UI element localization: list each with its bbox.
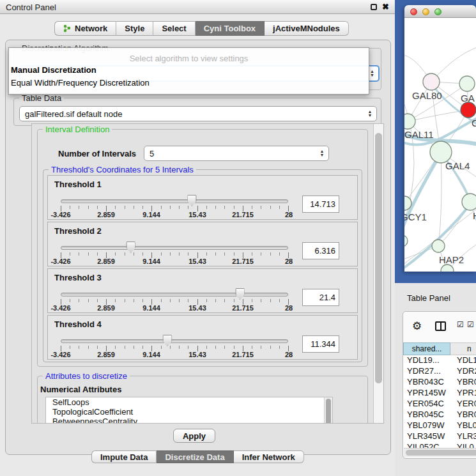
- tick-label: 9.144: [142, 257, 160, 265]
- tick-label: 21.715: [232, 211, 254, 219]
- num-intervals-combobox[interactable]: 5 ▲▼: [144, 146, 329, 161]
- scrollbar-thumb[interactable]: [406, 450, 476, 456]
- checkbox-icon[interactable]: ☑: [467, 320, 475, 329]
- list-scrollbar[interactable]: [324, 397, 332, 424]
- threshold-1-slider-track[interactable]: [61, 199, 288, 203]
- threshold-3-panel: Threshold 3 -3.426 2.859 9.144 15.43 21.…: [47, 268, 358, 313]
- combo-arrows-icon: ▲▼: [317, 148, 327, 159]
- settings-scrollbar[interactable]: [373, 124, 383, 423]
- tick-label: -3.426: [50, 257, 70, 265]
- tab-jactivemnodules[interactable]: jActiveMNodules: [265, 21, 349, 36]
- threshold-2-slider-track[interactable]: [61, 246, 288, 250]
- close-icon[interactable]: ✖: [382, 2, 389, 12]
- network-canvas[interactable]: GAL80 GA C GAL11 GAL4 GCY1 H HAP2: [404, 18, 476, 272]
- tab-discretize-data[interactable]: Discretize Data: [157, 450, 233, 463]
- threshold-1-slider-thumb[interactable]: [187, 195, 197, 206]
- node-gal11[interactable]: [404, 114, 415, 129]
- cell: YDR27...: [403, 366, 450, 377]
- scrollbar-thumb[interactable]: [375, 133, 382, 383]
- slider-ticks-major: [61, 206, 289, 211]
- tick-label: 28: [285, 211, 293, 219]
- column-header-shared-name[interactable]: shared...: [403, 342, 450, 355]
- threshold-4-panel: Threshold 4 -3.426 2.859 9.144 15.43 21.…: [47, 315, 358, 360]
- node-hap2[interactable]: [432, 240, 445, 252]
- threshold-2-value-field[interactable]: 6.316: [302, 242, 339, 259]
- tab-network[interactable]: Network: [54, 21, 116, 36]
- numerical-attributes-list[interactable]: SelfLoops TopologicalCoefficient Between…: [45, 397, 333, 424]
- zoom-traffic-light-icon[interactable]: [434, 8, 441, 15]
- gear-icon[interactable]: ⚙: [412, 319, 422, 333]
- network-window-titlebar[interactable]: [404, 5, 476, 18]
- table-row[interactable]: YLR345WYLR3: [403, 431, 476, 442]
- list-item[interactable]: TopologicalCoefficient: [46, 407, 332, 417]
- threshold-2-panel: Threshold 2 -3.426 2.859 9.144 15.43 21.…: [47, 222, 358, 266]
- threshold-3-slider-track[interactable]: [61, 293, 288, 296]
- threshold-1-value-field[interactable]: 14.713: [302, 196, 339, 213]
- apply-button[interactable]: Apply: [173, 429, 215, 443]
- cell: YDL1: [450, 355, 476, 366]
- cell: YBR0: [450, 377, 476, 388]
- tab-infer-network[interactable]: Infer Network: [234, 450, 304, 463]
- thresholds-title: Threshold's Coordinates for 5 Intervals: [49, 165, 196, 174]
- tab-cyni-toolbox[interactable]: Cyni Toolbox: [196, 21, 265, 36]
- table-row[interactable]: YDR27...YDR2: [403, 366, 476, 377]
- tab-jactivemnodules-label: jActiveMNodules: [273, 24, 340, 33]
- split-columns-icon[interactable]: [435, 321, 446, 331]
- list-item[interactable]: BetweennessCentrality: [46, 417, 332, 424]
- tab-cyni-toolbox-label: Cyni Toolbox: [204, 24, 256, 33]
- tick-label: 28: [285, 304, 293, 312]
- float-window-icon[interactable]: [371, 4, 377, 10]
- threshold-2-slider-thumb[interactable]: [126, 242, 135, 253]
- cell: YBR043C: [403, 377, 450, 388]
- table-row[interactable]: YBR043CYBR0: [403, 377, 476, 388]
- table-row[interactable]: YBR045CYBR0: [403, 410, 476, 420]
- tab-select[interactable]: Select: [153, 21, 195, 36]
- dropdown-option-equal-width[interactable]: Equal Width/Frequency Discretization: [11, 78, 150, 88]
- table-row[interactable]: YBL079WYBL0: [403, 420, 476, 431]
- threshold-4-slider-track[interactable]: [61, 339, 288, 343]
- table-data-group: Table Data galFiltered.sif default node …: [13, 98, 381, 126]
- table-panel: Table Panel ⚙ ☑ ☑ shared... n YDL19...YD…: [395, 283, 476, 476]
- cell: YDR2: [450, 366, 476, 377]
- node-h[interactable]: [462, 194, 476, 210]
- node-gal80[interactable]: [423, 73, 440, 90]
- threshold-3-slider-thumb[interactable]: [235, 288, 245, 300]
- threshold-4-label: Threshold 4: [54, 319, 102, 329]
- network-view-window[interactable]: GAL80 GA C GAL11 GAL4 GCY1 H HAP2: [404, 5, 476, 272]
- cell: YLR3: [450, 431, 476, 442]
- minimize-traffic-light-icon[interactable]: [422, 8, 429, 15]
- threshold-3-value-field[interactable]: 21.4: [302, 289, 339, 306]
- tick-label: 28: [285, 257, 293, 265]
- thresholds-group: Threshold's Coordinates for 5 Intervals …: [43, 169, 362, 362]
- numerical-attributes-label: Numerical Attributes: [40, 385, 121, 394]
- interval-definition-title: Interval Definition: [43, 125, 112, 134]
- cyni-toolbox-panel: Discretization Algorithm ▲▼ Table Data g…: [5, 40, 391, 455]
- tab-impute-data-label: Impute Data: [100, 452, 148, 462]
- tick-label: 15.43: [188, 257, 206, 265]
- table-row[interactable]: YDL19...YDL1: [403, 355, 476, 366]
- node-ga[interactable]: [459, 76, 475, 91]
- threshold-2-value: 6.316: [314, 246, 335, 256]
- table-row[interactable]: YPR145WYPR1: [403, 388, 476, 399]
- close-traffic-light-icon[interactable]: [410, 8, 417, 15]
- node-red-selected[interactable]: [461, 102, 476, 118]
- node-gal4[interactable]: [430, 141, 452, 163]
- threshold-4-value-field[interactable]: 11.344: [302, 335, 339, 353]
- tab-impute-data[interactable]: Impute Data: [91, 450, 157, 463]
- column-header-name[interactable]: n: [450, 342, 476, 355]
- threshold-4-slider-thumb[interactable]: [162, 335, 172, 346]
- control-panel-titlebar: Control Panel ✖: [0, 0, 395, 14]
- tick-label: -3.426: [50, 351, 70, 358]
- cell: YER054C: [403, 399, 450, 410]
- control-panel-tabs: Network Style Select Cyni Toolbox jActiv…: [54, 21, 349, 36]
- checkbox-icon[interactable]: ☑: [457, 320, 464, 329]
- tab-style[interactable]: Style: [116, 21, 153, 36]
- table-horizontal-scrollbar[interactable]: [404, 448, 476, 457]
- table-data-combobox[interactable]: galFiltered.sif default node ▲▼: [19, 106, 377, 121]
- algorithm-dropdown-popup: Select algorithm to view settings Manual…: [8, 47, 369, 95]
- dropdown-option-manual[interactable]: Manual Discretization: [11, 65, 96, 75]
- tick-label: 28: [285, 351, 293, 358]
- list-item[interactable]: SelfLoops: [46, 397, 332, 407]
- threshold-1-label: Threshold 1: [54, 180, 102, 189]
- table-row[interactable]: YER054CYER0: [403, 399, 476, 410]
